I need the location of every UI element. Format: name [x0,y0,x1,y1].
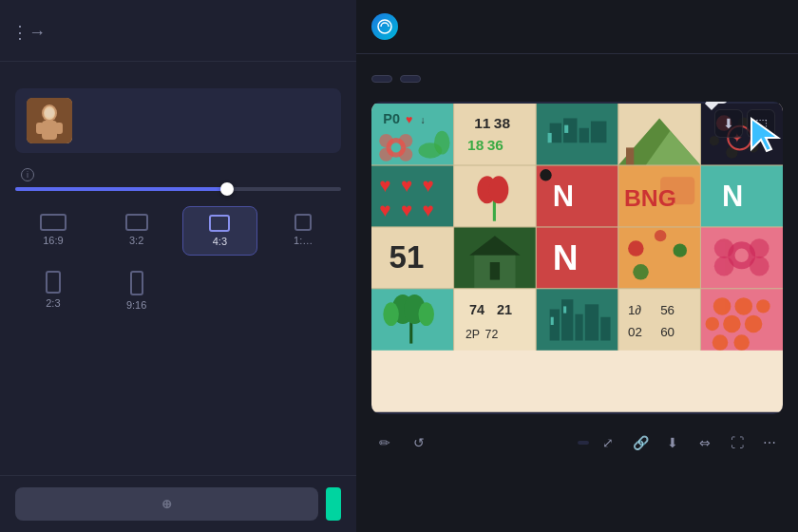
svg-point-77 [674,243,687,256]
svg-text:2P: 2P [466,328,480,341]
ratio-item-3-2[interactable]: 3:2 [99,206,175,256]
ratio-item-2-3[interactable]: 2:3 [15,263,91,318]
toolbar-left: ✏ ↺ [371,429,432,456]
svg-text:♥: ♥ [406,113,412,126]
svg-text:60: 60 [660,325,674,339]
svg-point-84 [750,256,770,276]
svg-point-76 [655,230,666,241]
svg-text:N: N [722,180,743,213]
ratio-box-2-3 [46,271,61,294]
svg-point-91 [383,302,398,326]
sidebar-toggle-icon[interactable]: ⋮→ [15,19,42,46]
edit-icon[interactable]: ✏ [371,429,398,456]
svg-rect-29 [580,128,589,142]
svg-point-6 [45,108,54,118]
svg-text:P0: P0 [383,111,400,126]
svg-rect-21 [454,104,537,165]
right-panel: P0 ♥ ↓ 11 38 18 36 [356,0,798,532]
svg-point-85 [734,249,748,262]
svg-text:♥: ♥ [379,174,390,196]
svg-point-90 [418,302,433,326]
svg-text:56: 56 [660,303,674,317]
generate-button[interactable]: ⊕ [15,487,318,521]
try-free-badge[interactable] [326,487,341,521]
subtlety-row: i [15,168,341,181]
ratio-box-4-3 [209,215,230,232]
ratio-text-16-9: 16:9 [43,235,63,246]
svg-point-17 [399,147,412,161]
info-icon: i [21,168,34,181]
link-icon[interactable]: 🔗 [627,429,654,456]
svg-rect-100 [575,314,582,341]
svg-rect-71 [490,262,500,280]
svg-text:N: N [553,238,579,277]
generate-bar: ⊕ [0,475,356,532]
svg-point-75 [628,240,643,256]
svg-point-112 [734,297,752,315]
generated-image-wrapper: P0 ♥ ↓ 11 38 18 36 [371,102,783,414]
left-header: ⋮→ [0,0,356,62]
svg-point-111 [713,297,732,315]
svg-point-81 [714,238,734,258]
svg-point-116 [745,315,763,333]
download-icon-button[interactable]: ⬇ [714,109,743,138]
svg-point-56 [489,176,509,203]
svg-text:02: 02 [628,325,642,339]
svg-text:74: 74 [469,302,484,317]
svg-text:1∂: 1∂ [628,303,641,317]
svg-text:♥: ♥ [401,174,412,196]
svg-rect-4 [36,123,44,134]
download-tooltip [705,102,728,104]
left-content: i 16:9 3:2 4:3 1:… [0,62,356,333]
ratio-text-2-3: 2:3 [46,297,60,309]
ratio-text-3-2: 3:2 [129,235,143,246]
model-thumbnail [27,98,72,143]
ratio-grid-2: 2:3 9:16 [15,263,341,318]
left-panel: ⋮→ [0,0,356,532]
svg-point-115 [723,315,741,333]
svg-text:18: 18 [467,137,484,153]
svg-text:↓: ↓ [421,115,426,125]
subtlety-slider[interactable] [15,187,341,191]
more-icon[interactable]: ⋯ [756,429,783,456]
tag-model [371,75,392,83]
ratio-item-9-16[interactable]: 9:16 [99,263,175,318]
ratio-text-4-3: 4:3 [213,236,227,247]
svg-rect-103 [551,317,554,325]
svg-point-117 [712,334,728,350]
svg-point-83 [714,256,734,276]
expand-icon[interactable]: ⤢ [595,429,621,456]
svg-point-113 [756,299,770,313]
tag-ratio [400,75,421,83]
ratio-item-1-1[interactable]: 1:… [265,206,341,256]
svg-point-14 [379,134,392,147]
svg-text:51: 51 [390,239,425,275]
svg-rect-36 [626,147,634,165]
svg-text:11: 11 [474,115,491,131]
toolbar-right: ⤢ 🔗 ⬇ ⇔ ⛶ ⋯ [578,429,783,456]
ratio-box-3-2 [125,214,148,231]
ratio-item-16-9[interactable]: 16:9 [15,206,91,256]
ratio-box-1-1 [294,214,312,231]
svg-text:♥: ♥ [423,199,434,220]
bingo-image: P0 ♥ ↓ 11 38 18 36 [371,102,783,414]
svg-rect-30 [591,122,606,143]
refresh-icon[interactable]: ↺ [406,429,432,456]
download-toolbar-icon[interactable]: ⬇ [659,429,686,456]
ratio-box-16-9 [40,214,66,231]
chat-header [356,0,798,54]
svg-rect-3 [42,121,57,140]
frame-icon[interactable]: ⛶ [724,429,750,456]
svg-rect-99 [561,299,573,340]
svg-rect-31 [548,133,552,142]
svg-rect-104 [563,306,566,313]
ratio-grid: 16:9 3:2 4:3 1:… [15,206,341,256]
slider-thumb [220,182,234,196]
model-card[interactable] [15,88,341,153]
svg-point-82 [750,238,770,258]
svg-rect-5 [55,123,63,134]
svg-point-58 [540,169,551,180]
ratio-item-4-3[interactable]: 4:3 [182,206,258,256]
share-icon[interactable]: ⇔ [692,429,718,456]
svg-rect-105 [618,289,701,351]
